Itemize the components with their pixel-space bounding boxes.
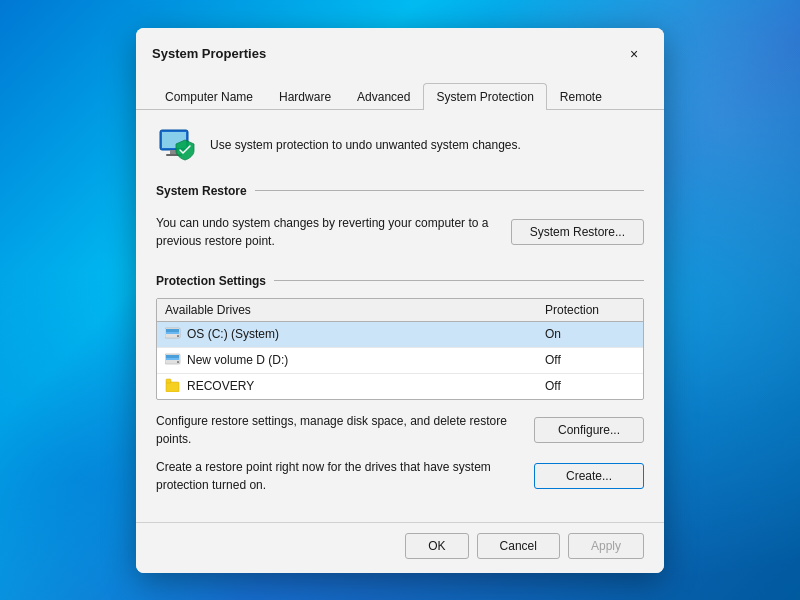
drive-name-recovery: RECOVERY — [165, 378, 545, 395]
drives-table-header: Available Drives Protection — [157, 299, 643, 322]
create-button[interactable]: Create... — [534, 463, 644, 489]
drive-icon-recovery — [165, 378, 181, 395]
configure-button[interactable]: Configure... — [534, 417, 644, 443]
dialog-content: Use system protection to undo unwanted s… — [136, 110, 664, 522]
apply-button[interactable]: Apply — [568, 533, 644, 559]
section-divider — [255, 190, 644, 191]
drive-protection-d: Off — [545, 353, 635, 367]
system-restore-section: System Restore You can undo system chang… — [156, 184, 644, 256]
drives-table: Available Drives Protection — [156, 298, 644, 400]
drive-icon-c — [165, 326, 181, 343]
svg-rect-13 — [177, 361, 179, 363]
system-protection-icon — [156, 126, 196, 166]
protection-settings-header: Protection Settings — [156, 274, 644, 288]
protection-settings-section: Protection Settings Available Drives Pro… — [156, 274, 644, 494]
create-text: Create a restore point right now for the… — [156, 458, 518, 494]
configure-row: Configure restore settings, manage disk … — [156, 412, 644, 448]
col-header-protection: Protection — [545, 303, 635, 317]
section-divider-2 — [274, 280, 644, 281]
create-row: Create a restore point right now for the… — [156, 458, 644, 494]
cancel-button[interactable]: Cancel — [477, 533, 560, 559]
drive-row-recovery[interactable]: RECOVERY Off — [157, 374, 643, 399]
system-restore-label: System Restore — [156, 184, 247, 198]
system-restore-header: System Restore — [156, 184, 644, 198]
tab-system-protection[interactable]: System Protection — [423, 83, 546, 110]
svg-rect-14 — [166, 382, 179, 392]
dialog-title: System Properties — [152, 46, 266, 61]
restore-description: You can undo system changes by reverting… — [156, 214, 495, 250]
svg-rect-8 — [177, 335, 179, 337]
drive-row-c[interactable]: OS (C:) (System) On — [157, 322, 643, 348]
tab-hardware[interactable]: Hardware — [266, 83, 344, 110]
tabs-bar: Computer Name Hardware Advanced System P… — [136, 74, 664, 110]
configure-text: Configure restore settings, manage disk … — [156, 412, 518, 448]
drive-label-recovery: RECOVERY — [187, 379, 254, 393]
title-bar: System Properties × — [136, 28, 664, 68]
intro-row: Use system protection to undo unwanted s… — [156, 126, 644, 166]
drive-protection-c: On — [545, 327, 635, 341]
drive-protection-recovery: Off — [545, 379, 635, 393]
dialog-footer: OK Cancel Apply — [136, 522, 664, 573]
restore-row: You can undo system changes by reverting… — [156, 208, 644, 256]
drive-label-c: OS (C:) (System) — [187, 327, 279, 341]
tab-remote[interactable]: Remote — [547, 83, 615, 110]
drive-icon-d — [165, 352, 181, 369]
intro-text: Use system protection to undo unwanted s… — [210, 137, 521, 154]
drive-name-d: New volume D (D:) — [165, 352, 545, 369]
svg-rect-10 — [166, 355, 179, 358]
drive-name-c: OS (C:) (System) — [165, 326, 545, 343]
tab-computer-name[interactable]: Computer Name — [152, 83, 266, 110]
system-properties-dialog: System Properties × Computer Name Hardwa… — [136, 28, 664, 573]
svg-rect-11 — [166, 358, 179, 360]
svg-rect-6 — [166, 332, 179, 334]
close-button[interactable]: × — [620, 40, 648, 68]
drive-row-d[interactable]: New volume D (D:) Off — [157, 348, 643, 374]
ok-button[interactable]: OK — [405, 533, 468, 559]
tab-advanced[interactable]: Advanced — [344, 83, 423, 110]
system-restore-button[interactable]: System Restore... — [511, 219, 644, 245]
svg-rect-15 — [166, 379, 171, 383]
col-header-drive: Available Drives — [165, 303, 545, 317]
svg-rect-5 — [166, 329, 179, 332]
protection-settings-label: Protection Settings — [156, 274, 266, 288]
drive-label-d: New volume D (D:) — [187, 353, 288, 367]
